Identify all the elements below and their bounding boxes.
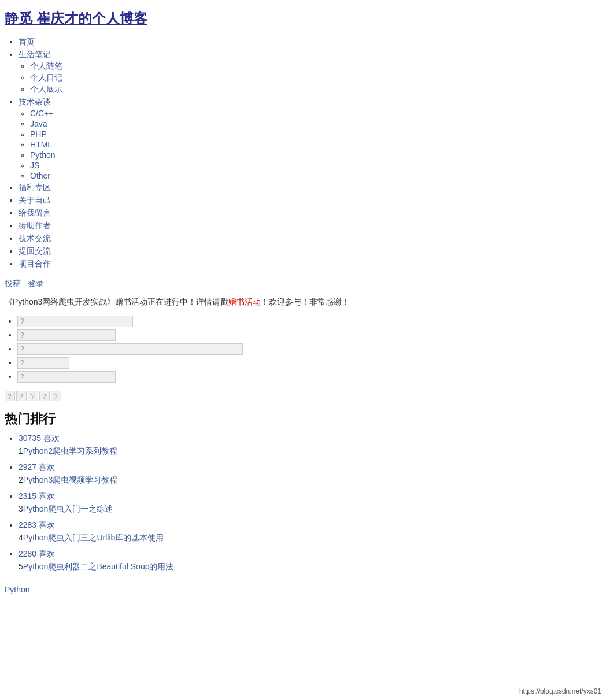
site-title[interactable]: 静觅 崔庆才的个人博客 (0, 0, 606, 32)
hot-list-item-4: 2283 喜欢 4Python爬虫入门三之Urllib库的基本使用 (19, 520, 601, 543)
nav-sub-item: 个人展示 (30, 84, 601, 95)
image-list-item: ? (17, 371, 601, 383)
hot-likes-5[interactable]: 2280 喜欢 (19, 549, 55, 558)
nav-item-life: 生活笔记 个人随笔 个人日记 个人展示 (19, 50, 601, 95)
nav-item-home: 首页 (19, 37, 601, 47)
nav-item-welfare: 福利专区 (19, 183, 601, 193)
hot-likes-2[interactable]: 2927 喜欢 (19, 462, 55, 472)
nav-link-diary[interactable]: 个人日记 (30, 73, 62, 82)
hot-post-link-5[interactable]: Python爬虫利器二之Beautiful Soup的用法 (23, 562, 174, 571)
nav-sub-tech: C/C++ Java PHP HTML Python JS Other (19, 109, 601, 180)
login-link[interactable]: 登录 (28, 279, 44, 289)
small-image-4: ? (39, 391, 50, 401)
image-placeholder-1: ? (17, 316, 133, 327)
nav-link-js[interactable]: JS (30, 161, 39, 170)
hot-post-link-1[interactable]: Python2爬虫学习系列教程 (23, 446, 117, 455)
nav-link-message[interactable]: 给我留言 (19, 208, 51, 217)
hot-list-item-1: 30735 喜欢 1Python2爬虫学习系列教程 (19, 434, 601, 457)
nav-link-essay[interactable]: 个人随笔 (30, 61, 62, 71)
nav-sub-item: Python (30, 150, 601, 160)
hot-post-row-3: 3Python爬虫入门一之综述 (19, 504, 601, 514)
footer-tag-link[interactable]: Python (5, 585, 30, 594)
small-image-1: ? (5, 391, 15, 401)
nav-sub-item: 个人随笔 (30, 61, 601, 72)
hot-post-link-2[interactable]: Python3爬虫视频学习教程 (23, 475, 117, 484)
small-image-3: ? (28, 391, 38, 401)
nav-link-html[interactable]: HTML (30, 140, 52, 149)
nav-link-php[interactable]: PHP (30, 129, 47, 139)
nav-link-python[interactable]: Python (30, 150, 56, 160)
nav-sub-life: 个人随笔 个人日记 个人展示 (19, 61, 601, 95)
nav-link-cooperation[interactable]: 项目合作 (19, 259, 51, 268)
hot-list-item-3: 2315 喜欢 3Python爬虫入门一之综述 (19, 491, 601, 514)
hot-post-row-5: 5Python爬虫利器二之Beautiful Soup的用法 (19, 562, 601, 572)
image-list: ? ? ? ? ? (0, 311, 606, 387)
hot-post-row-1: 1Python2爬虫学习系列教程 (19, 446, 601, 457)
hot-rank-2: 2 (19, 475, 23, 484)
nav-sub-item: C/C++ (30, 109, 601, 118)
nav-sub-item: Java (30, 119, 601, 128)
nav-item-message: 给我留言 (19, 208, 601, 218)
nav-sub-item: 个人日记 (30, 73, 601, 83)
nav-item-cooperation: 项目合作 (19, 259, 601, 269)
hot-list-item-5: 2280 喜欢 5Python爬虫利器二之Beautiful Soup的用法 (19, 549, 601, 572)
nav-link-sponsor[interactable]: 赞助作者 (19, 221, 51, 230)
nav-link-life[interactable]: 生活笔记 (19, 50, 51, 59)
hot-post-link-4[interactable]: Python爬虫入门三之Urllib库的基本使用 (23, 533, 164, 542)
nav-link-feedback[interactable]: 提回交流 (19, 246, 51, 255)
nav-item-tech-exchange: 技术交流 (19, 234, 601, 244)
image-list-item: ? (17, 316, 601, 327)
hot-rank-4: 4 (19, 533, 23, 542)
nav-sub-item: PHP (30, 129, 601, 139)
nav-link-tech-exchange[interactable]: 技术交流 (19, 234, 51, 243)
hot-likes-3[interactable]: 2315 喜欢 (19, 491, 55, 501)
hot-section-title: 热门排行 (5, 410, 601, 428)
nav-link-cpp[interactable]: C/C++ (30, 109, 53, 118)
nav-item-tech: 技术杂谈 C/C++ Java PHP HTML Python JS Other (19, 97, 601, 180)
image-placeholder-2: ? (17, 329, 116, 341)
hot-post-row-2: 2Python3爬虫视频学习教程 (19, 475, 601, 486)
hot-post-row-4: 4Python爬虫入门三之Urllib库的基本使用 (19, 533, 601, 543)
banner-text-after: ！欢迎参与！非常感谢！ (261, 297, 350, 306)
hot-section: 热门排行 30735 喜欢 1Python2爬虫学习系列教程 2927 喜欢 2… (0, 405, 606, 580)
action-links: 投稿 登录 (0, 274, 606, 294)
submit-link[interactable]: 投稿 (5, 279, 21, 289)
nav-link-home[interactable]: 首页 (19, 37, 35, 46)
image-list-item: ? (17, 357, 601, 369)
small-image-2: ? (16, 391, 27, 401)
nav-list: 首页 生活笔记 个人随笔 个人日记 个人展示 技术杂谈 C/C++ Java P… (5, 37, 601, 269)
nav-link-show[interactable]: 个人展示 (30, 84, 62, 94)
image-placeholder-5: ? (17, 371, 116, 383)
nav-sub-item: Other (30, 171, 601, 180)
hot-likes-4[interactable]: 2283 喜欢 (19, 520, 55, 529)
main-nav: 首页 生活笔记 个人随笔 个人日记 个人展示 技术杂谈 C/C++ Java P… (0, 32, 606, 274)
site-header: 静觅 崔庆才的个人博客 (0, 0, 606, 32)
small-image-5: ? (51, 391, 61, 401)
footer-tag: Python (0, 580, 606, 599)
hot-rank-5: 5 (19, 562, 23, 571)
small-images-row: ? ? ? ? ? (0, 387, 606, 405)
hot-rank-1: 1 (19, 446, 23, 455)
nav-sub-item: JS (30, 161, 601, 170)
nav-item-feedback: 提回交流 (19, 246, 601, 257)
nav-link-tech[interactable]: 技术杂谈 (19, 97, 51, 106)
nav-link-welfare[interactable]: 福利专区 (19, 183, 51, 192)
image-list-item: ? (17, 329, 601, 341)
hot-rank-3: 3 (19, 504, 23, 513)
hot-list-item-2: 2927 喜欢 2Python3爬虫视频学习教程 (19, 462, 601, 486)
banner: 《Python3网络爬虫开发实战》赠书活动正在进行中！详情请戳赠书活动！欢迎参与… (0, 294, 606, 311)
hot-list: 30735 喜欢 1Python2爬虫学习系列教程 2927 喜欢 2Pytho… (5, 434, 601, 572)
nav-item-about: 关于自己 (19, 195, 601, 206)
nav-sub-item: HTML (30, 140, 601, 149)
image-placeholder-4: ? (17, 357, 69, 369)
nav-item-sponsor: 赞助作者 (19, 221, 601, 231)
hot-post-link-3[interactable]: Python爬虫入门一之综述 (23, 504, 113, 513)
banner-text-before: 《Python3网络爬虫开发实战》赠书活动正在进行中！详情请戳 (5, 297, 228, 306)
nav-link-java[interactable]: Java (30, 119, 47, 128)
hot-likes-1[interactable]: 30735 喜欢 (19, 434, 60, 443)
image-list-item: ? (17, 343, 601, 355)
image-placeholder-3: ? (17, 343, 243, 355)
nav-link-about[interactable]: 关于自己 (19, 195, 51, 205)
banner-link[interactable]: 赠书活动 (228, 297, 261, 306)
nav-link-other[interactable]: Other (30, 171, 50, 180)
